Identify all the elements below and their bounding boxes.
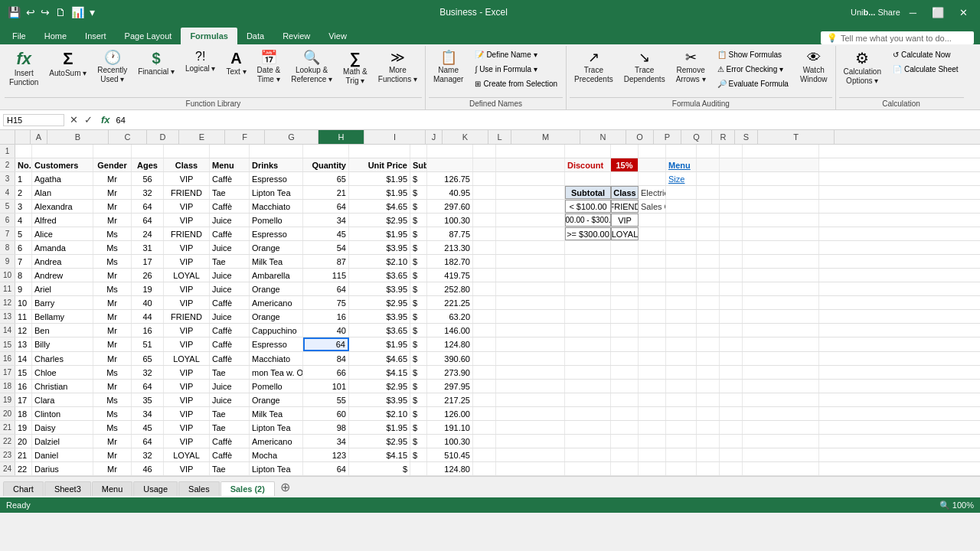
tab-file[interactable]: File (3, 28, 35, 44)
cell[interactable]: $ (410, 214, 427, 227)
cell[interactable]: $3.65 (349, 269, 410, 282)
cell[interactable] (720, 296, 743, 309)
cell[interactable]: 16 (132, 324, 164, 337)
cell[interactable] (611, 366, 639, 379)
cell[interactable]: 44 (132, 310, 164, 323)
cell[interactable]: Mr (93, 324, 132, 337)
cell[interactable]: 191.10 (427, 421, 473, 434)
cell[interactable]: LOYAL (611, 227, 639, 240)
cell[interactable] (565, 324, 611, 337)
cell[interactable] (697, 366, 720, 379)
cell[interactable]: 5 (15, 227, 32, 240)
cell[interactable] (496, 241, 565, 254)
cell[interactable] (720, 448, 743, 461)
cell[interactable] (743, 186, 819, 199)
cell[interactable]: 21 (303, 186, 349, 199)
cell[interactable] (666, 227, 697, 240)
cell[interactable]: Milk Tea (250, 255, 303, 268)
cell[interactable] (210, 145, 250, 158)
cell[interactable]: 9 (15, 282, 32, 295)
cell[interactable]: Daniel (32, 448, 93, 461)
cell[interactable]: $2.95 (349, 435, 410, 448)
cell[interactable]: Tae (210, 255, 250, 268)
undo-btn[interactable]: ↩ (24, 5, 37, 20)
tab-insert[interactable]: Insert (76, 28, 116, 44)
cell[interactable]: Caffè (210, 172, 250, 185)
cell[interactable] (666, 269, 697, 282)
cell[interactable]: $1.95 (349, 186, 410, 199)
calculation-options-button[interactable]: ⚙ CalculationOptions ▾ (839, 47, 886, 93)
cell[interactable]: Gender (93, 158, 132, 171)
cell[interactable]: 56 (132, 172, 164, 185)
cell[interactable] (666, 214, 697, 227)
cell[interactable] (639, 296, 666, 309)
cell[interactable] (639, 310, 666, 323)
cell[interactable]: Alice (32, 227, 93, 240)
cell[interactable] (473, 393, 496, 406)
col-header-H[interactable]: H (318, 130, 364, 144)
cell[interactable]: Ben (32, 324, 93, 337)
cell[interactable]: 19 (15, 421, 32, 434)
cell[interactable]: VIP (164, 393, 210, 406)
cell[interactable] (473, 186, 496, 199)
cell[interactable] (639, 324, 666, 337)
cell[interactable] (473, 255, 496, 268)
cell[interactable] (611, 407, 639, 420)
cell[interactable]: $3.95 (349, 310, 410, 323)
minimize-btn[interactable]: ─ (903, 4, 923, 21)
cell[interactable]: Billy (32, 337, 93, 351)
maximize-btn[interactable]: ⬜ (926, 4, 950, 21)
tab-data[interactable]: Data (237, 28, 273, 44)
new-btn[interactable]: 🗋 (54, 5, 67, 20)
cell[interactable]: Caffè (210, 435, 250, 448)
cell[interactable] (611, 310, 639, 323)
cell[interactable]: $4.15 (349, 366, 410, 379)
cell[interactable]: $2.10 (349, 255, 410, 268)
more-functions-button[interactable]: ≫ MoreFunctions ▾ (374, 47, 422, 93)
cell[interactable]: Subtotal (565, 186, 611, 199)
cell[interactable] (496, 462, 565, 475)
cell[interactable] (743, 227, 819, 240)
cell[interactable]: VIP (164, 421, 210, 434)
cell[interactable] (639, 352, 666, 365)
cell[interactable] (132, 145, 164, 158)
cell[interactable] (473, 435, 496, 448)
cell[interactable]: Charles (32, 352, 93, 365)
cell[interactable] (697, 393, 720, 406)
cell[interactable] (666, 186, 697, 199)
cell[interactable]: 11 (15, 310, 32, 323)
cell[interactable] (639, 462, 666, 475)
cell[interactable]: 1 (15, 172, 32, 185)
col-header-O[interactable]: O (626, 130, 654, 144)
cell[interactable] (666, 380, 697, 393)
col-header-K[interactable]: K (443, 130, 488, 144)
cell[interactable]: 64 (132, 435, 164, 448)
cell[interactable] (720, 172, 743, 185)
cell[interactable]: 45 (132, 421, 164, 434)
cell[interactable] (743, 310, 819, 323)
cell[interactable]: 34 (303, 214, 349, 227)
cell[interactable]: Tae (210, 366, 250, 379)
cell[interactable]: 64 (132, 200, 164, 213)
cell[interactable]: 16 (15, 380, 32, 393)
cell[interactable]: 64 (303, 462, 349, 475)
cell[interactable] (639, 269, 666, 282)
cell[interactable]: 14 (15, 352, 32, 365)
cell[interactable]: 35 (132, 393, 164, 406)
calculate-sheet-button[interactable]: 📄 Calculate Sheet (887, 62, 964, 76)
cell[interactable] (496, 145, 565, 158)
cell[interactable] (565, 241, 611, 254)
cell[interactable] (697, 269, 720, 282)
cell[interactable]: $ (410, 324, 427, 337)
cell[interactable]: $ (410, 380, 427, 393)
cell[interactable]: 65 (303, 172, 349, 185)
cell[interactable] (743, 366, 819, 379)
cell[interactable]: 40.95 (427, 186, 473, 199)
cell[interactable] (473, 462, 496, 475)
cell[interactable]: Ms (93, 282, 132, 295)
cell[interactable] (565, 145, 611, 158)
cell[interactable]: Mr (93, 435, 132, 448)
col-header-D[interactable]: D (147, 130, 179, 144)
cell[interactable] (473, 337, 496, 351)
define-name-button[interactable]: 📝 Define Name ▾ (469, 47, 563, 61)
